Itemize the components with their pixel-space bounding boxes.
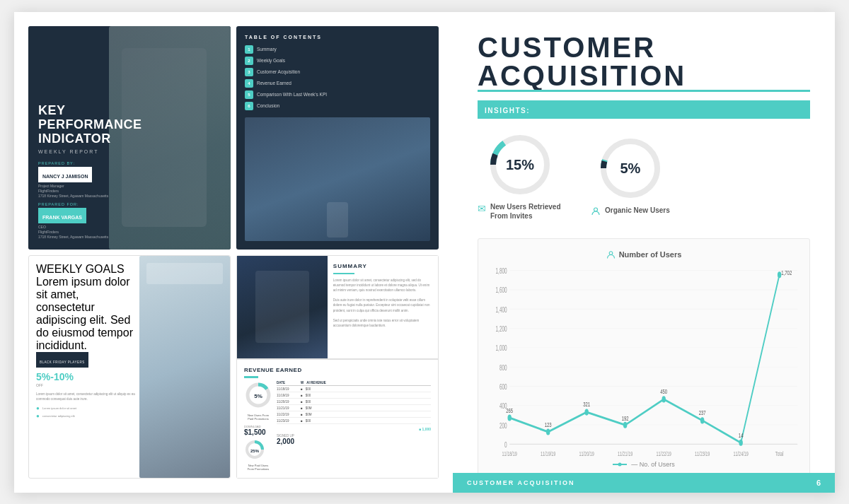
svg-text:1,600: 1,600 (496, 286, 507, 295)
point-1 (546, 428, 550, 435)
svg-text:200: 200 (499, 421, 507, 430)
slide-kpi-subtitle: WEEKLY REPORT (38, 149, 221, 154)
goals-icon-2: ● (36, 413, 40, 419)
name2: FRANK VARGAS (42, 215, 82, 220)
svg-text:5%: 5% (254, 393, 262, 399)
name1: NANCY J JAMISON (42, 174, 88, 179)
svg-text:14: 14 (739, 432, 744, 440)
svg-text:237: 237 (699, 409, 706, 417)
svg-text:11/21/19: 11/21/19 (618, 450, 633, 457)
summary-content: SUMMARY Lorem ipsum dolor sit amet, cons… (328, 256, 438, 358)
slide-kpi-title: KEY PERFORMANCE INDICATOR (38, 104, 221, 146)
slide-kpi: KEY PERFORMANCE INDICATOR WEEKLY REPORT … (28, 26, 231, 250)
point-6 (739, 440, 742, 446)
envelope-icon: ✉ (478, 203, 486, 214)
chart-line (509, 275, 779, 443)
svg-text:1,800: 1,800 (496, 266, 507, 275)
footer-text: CUSTOMER ACQUISITION (467, 479, 575, 486)
slide-toc: TABLE OF CONTENTS 1 Summary 2 Weekly Goa… (236, 26, 439, 250)
toc-item-3: 3 Customer Acquisition (245, 68, 430, 76)
chart-container: Number of Users 1,800 1,600 1,400 1,200 … (478, 238, 810, 479)
goals-image (139, 256, 230, 478)
svg-text:600: 600 (499, 382, 507, 391)
goals-additional-text: Lorem ipsum dolor sit amet, consectetur … (36, 392, 135, 402)
svg-text:0: 0 (504, 440, 507, 449)
name2-details: CEO FlightFinders 1718 Kinney Street, Ag… (38, 225, 221, 240)
goals-percent: 5%-10% (36, 371, 74, 382)
slide-summary-revenue: SUMMARY Lorem ipsum dolor sit amet, cons… (236, 255, 439, 479)
goals-text: Lorem ipsum dolor sit amet, consectetur … (36, 276, 135, 352)
svg-text:1,702: 1,702 (781, 269, 792, 276)
svg-text:11/22/19: 11/22/19 (657, 450, 671, 457)
svg-text:321: 321 (583, 401, 590, 409)
goals-note-2: consectetur adipiscing elit (42, 414, 75, 418)
donut-5: 5% (599, 136, 662, 200)
point-0 (507, 414, 511, 421)
svg-text:11/19/19: 11/19/19 (541, 450, 555, 457)
chart-svg: 1,800 1,600 1,400 1,200 1,000 800 600 40… (489, 265, 799, 458)
svg-text:11/23/19: 11/23/19 (695, 450, 710, 457)
svg-text:800: 800 (499, 363, 507, 372)
chart-user-icon (606, 250, 616, 259)
chart-area: 1,800 1,600 1,400 1,200 1,000 800 600 40… (489, 265, 799, 458)
svg-text:1,000: 1,000 (496, 344, 507, 352)
revenue-accent (244, 376, 258, 378)
point-4 (662, 396, 665, 402)
toc-items: 1 Summary 2 Weekly Goals 3 Customer Acqu… (245, 45, 430, 113)
slide-goals: WEEKLY GOALS Lorem ipsum dolor sit amet,… (28, 255, 231, 479)
metrics-row: 15% ✉ New Users Retrieved From Invites 5… (478, 133, 810, 221)
page-title: CUSTOMER ACQUISITION (478, 33, 810, 90)
svg-text:192: 192 (622, 414, 629, 422)
toc-item-2: 2 Weekly Goals (245, 57, 430, 65)
footer: CUSTOMER ACQUISITION 6 (453, 473, 835, 493)
title-line2: ACQUISITION (478, 61, 810, 90)
slides-panel: KEY PERFORMANCE INDICATOR WEEKLY REPORT … (14, 12, 453, 493)
point-3 (623, 422, 627, 428)
legend-line-icon (613, 462, 627, 467)
goals-icon-1: ● (36, 405, 40, 411)
teal-divider (333, 273, 354, 274)
toc-item-5: 5 Comparison With Last Week's KPI (245, 90, 430, 99)
metric-new-users-invites: 15% ✉ New Users Retrieved From Invites (478, 133, 562, 221)
svg-text:123: 123 (545, 421, 552, 428)
slide-revenue: REVENUE EARNED 5% New Users FromPaid Pro… (236, 359, 439, 479)
revenue-table: DATEWAI REVENUE 11/18/19■$00 11/19/19■$0… (277, 381, 431, 424)
svg-text:450: 450 (660, 387, 667, 395)
goals-title: WEEKLY GOALS (36, 263, 135, 276)
svg-text:265: 265 (506, 407, 513, 415)
point-5 (700, 417, 704, 423)
goals-badge: BLACK FRIDAY PLAYERS (40, 361, 85, 364)
name1-details: Project Manager FlightFinders 1718 Kinne… (38, 184, 221, 199)
metric-desc-1: ✉ New Users Retrieved From Invites (478, 202, 562, 221)
chart-legend-text: — No. of Users (631, 461, 675, 468)
revenue-donut-label: New Users FromPaid Promotions (244, 414, 272, 421)
svg-text:11/20/19: 11/20/19 (579, 450, 594, 457)
svg-point-12 (594, 208, 598, 211)
revenue-signup-donut: 25% (244, 439, 265, 460)
point-2 (584, 409, 588, 415)
prepared-by-label: PREPARED BY: (38, 161, 221, 165)
svg-text:11/18/19: 11/18/19 (502, 450, 517, 457)
page: KEY PERFORMANCE INDICATOR WEEKLY REPORT … (14, 12, 835, 493)
toc-title: TABLE OF CONTENTS (245, 35, 430, 40)
title-underline (478, 90, 810, 92)
svg-text:25%: 25% (250, 449, 260, 453)
revenue-signup-label: New Paid UsersFrom Promotions (244, 464, 272, 471)
metric-organic-users: 5% Organic New Users (591, 136, 670, 216)
footer-page-number: 6 (816, 479, 821, 487)
svg-text:Total: Total (775, 450, 784, 457)
toc-item-6: 6 Conclusion (245, 102, 430, 110)
svg-text:1,200: 1,200 (496, 324, 507, 333)
summary-image (237, 256, 328, 358)
svg-text:11/24/19: 11/24/19 (734, 450, 749, 457)
revenue-donut: 5% (244, 381, 272, 409)
svg-point-13 (609, 252, 613, 255)
goals-note-1: Lorem ipsum dolor sit amet (42, 406, 76, 410)
prepared-for-label: PREPARED FOR: (38, 202, 221, 206)
donut-15: 15% (488, 133, 552, 197)
revenue-signup-stat: SIGNED UP 2,000 (277, 434, 431, 445)
summary-text: Lorem ipsum dolor sit amet, consectetur … (333, 278, 432, 329)
metric-desc-2: Organic New Users (591, 206, 670, 216)
goals-sub: OFF (36, 383, 135, 387)
title-line1: CUSTOMER (478, 33, 810, 61)
